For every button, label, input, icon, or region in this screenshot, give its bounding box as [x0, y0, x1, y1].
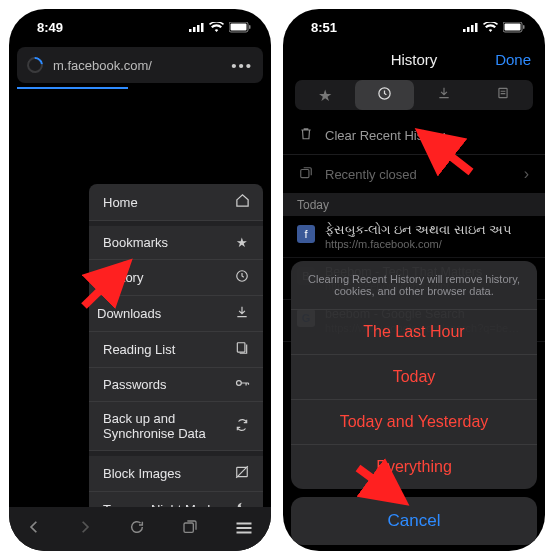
clock: 8:49 — [37, 20, 63, 35]
menu-label: Downloads — [97, 306, 161, 321]
trash-icon — [299, 126, 313, 144]
clock-icon — [233, 269, 251, 286]
favicon-facebook-icon: f — [297, 225, 315, 243]
cancel-button[interactable]: Cancel — [291, 497, 537, 545]
progress-bar — [17, 87, 263, 89]
wifi-icon — [209, 22, 224, 33]
battery-icon — [229, 22, 251, 33]
segment-control[interactable]: ★ — [295, 80, 533, 110]
menu-home[interactable]: Home — [89, 184, 263, 221]
svg-rect-22 — [475, 23, 478, 32]
menu-label: Block Images — [103, 466, 181, 481]
svg-rect-20 — [467, 27, 470, 32]
seg-reading-list[interactable] — [474, 80, 534, 110]
loading-spinner-icon — [24, 54, 47, 77]
signal-icon — [189, 22, 204, 32]
recently-closed[interactable]: Recently closed › — [283, 155, 545, 194]
clear-message: Clearing Recent History will remove hist… — [291, 261, 537, 309]
home-icon — [233, 193, 251, 211]
seg-downloads[interactable] — [414, 80, 474, 110]
clock-icon — [377, 86, 392, 105]
main-menu: Home Bookmarks★ History Downloads Readin… — [89, 184, 263, 551]
menu-label: Passwords — [103, 377, 167, 392]
svg-rect-15 — [184, 523, 193, 532]
menu-bookmarks[interactable]: Bookmarks★ — [89, 226, 263, 260]
section-header-today: Today — [283, 194, 545, 216]
bottom-toolbar — [9, 507, 271, 551]
svg-rect-30 — [301, 169, 309, 177]
clear-everything[interactable]: Everything — [291, 444, 537, 489]
menu-block-images[interactable]: Block Images — [89, 456, 263, 492]
seg-bookmarks[interactable]: ★ — [295, 80, 355, 110]
tabs-icon — [299, 166, 313, 183]
menu-label: Back up and Synchronise Data — [103, 411, 223, 441]
seg-history[interactable] — [355, 80, 415, 110]
reading-list-icon — [233, 341, 251, 358]
clear-last-hour[interactable]: The Last Hour — [291, 309, 537, 354]
block-images-icon — [233, 465, 251, 482]
svg-rect-21 — [471, 25, 474, 32]
svg-rect-8 — [237, 343, 245, 352]
star-icon: ★ — [233, 235, 251, 250]
action-label: Clear Recent History… — [325, 128, 458, 143]
svg-rect-25 — [523, 25, 525, 29]
url-bar[interactable]: m.facebook.com/ ••• — [17, 47, 263, 83]
phone-left: 8:49 m.facebook.com/ ••• Home Bookmarks★… — [9, 9, 271, 551]
menu-label: Home — [103, 195, 138, 210]
svg-rect-2 — [197, 25, 200, 32]
tabs-icon[interactable] — [182, 519, 198, 540]
menu-backup[interactable]: Back up and Synchronise Data — [89, 402, 263, 451]
menu-reading-list[interactable]: Reading List — [89, 332, 263, 368]
svg-rect-3 — [201, 23, 204, 32]
hamburger-icon[interactable] — [235, 519, 253, 540]
star-icon: ★ — [318, 86, 332, 105]
status-bar: 8:49 — [9, 9, 271, 45]
svg-point-9 — [236, 381, 241, 386]
reload-icon[interactable] — [129, 519, 145, 540]
svg-rect-24 — [505, 23, 521, 30]
phone-right: 8:51 History Done ★ Clear Recent History… — [283, 9, 545, 551]
download-icon — [437, 86, 451, 104]
back-icon[interactable] — [27, 519, 41, 540]
download-icon — [233, 305, 251, 322]
clear-recent-history[interactable]: Clear Recent History… — [283, 116, 545, 155]
sync-icon — [233, 418, 251, 435]
menu-history[interactable]: History — [89, 260, 263, 296]
forward-icon[interactable] — [78, 519, 92, 540]
done-button[interactable]: Done — [495, 51, 531, 68]
svg-rect-5 — [231, 23, 247, 30]
action-label: Recently closed — [325, 167, 417, 182]
clock: 8:51 — [311, 20, 337, 35]
menu-downloads[interactable]: Downloads — [89, 296, 263, 332]
reading-list-icon — [496, 86, 510, 104]
more-icon[interactable]: ••• — [231, 57, 253, 74]
status-bar: 8:51 — [283, 9, 545, 45]
row-url: https://m.facebook.com/ — [325, 238, 511, 250]
key-icon — [233, 377, 251, 392]
row-title: ફેસબુક-લોગ ઇન અથવા સાઇન અપ — [325, 223, 511, 238]
history-header: History Done — [283, 45, 545, 74]
history-row[interactable]: f ફેસબુક-લોગ ઇન અથવા સાઇન અપ https://m.f… — [283, 216, 545, 258]
svg-rect-19 — [463, 29, 466, 32]
url-text: m.facebook.com/ — [53, 58, 152, 73]
battery-icon — [503, 22, 525, 33]
svg-rect-6 — [249, 25, 251, 29]
menu-label: Reading List — [103, 342, 175, 357]
wifi-icon — [483, 22, 498, 33]
clear-today[interactable]: Today — [291, 354, 537, 399]
menu-label: Bookmarks — [103, 235, 168, 250]
svg-rect-1 — [193, 27, 196, 32]
clear-today-yesterday[interactable]: Today and Yesterday — [291, 399, 537, 444]
signal-icon — [463, 22, 478, 32]
menu-label: History — [103, 270, 143, 285]
clear-history-sheet: Clearing Recent History will remove hist… — [291, 261, 537, 545]
menu-passwords[interactable]: Passwords — [89, 368, 263, 402]
svg-rect-0 — [189, 29, 192, 32]
chevron-right-icon: › — [524, 165, 529, 183]
